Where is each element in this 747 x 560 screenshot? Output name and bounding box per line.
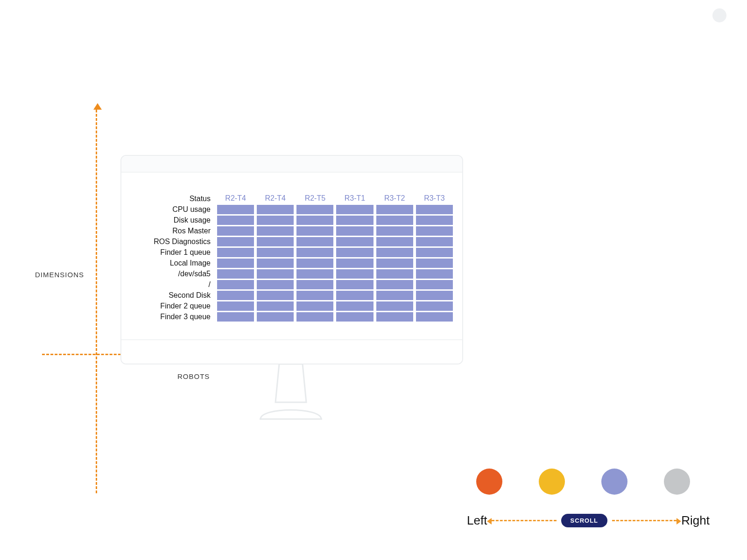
row-header: CPU usage [131,205,214,214]
status-cell[interactable] [296,280,333,289]
status-cell[interactable] [336,216,373,225]
status-cell[interactable] [257,291,294,300]
status-cell[interactable] [257,312,294,322]
status-cell[interactable] [376,248,413,257]
scroll-axis-right [612,520,677,521]
status-cell[interactable] [296,269,333,279]
status-cell[interactable] [257,301,294,311]
table-row: Second Disk [131,291,453,300]
column-header[interactable]: R3-T1 [336,194,373,203]
status-cell[interactable] [296,226,333,236]
palette-swatch-ok[interactable] [601,469,627,495]
status-cell[interactable] [376,226,413,236]
status-cell[interactable] [376,237,413,246]
status-cell[interactable] [296,301,333,311]
scroll-left-label: Left [467,513,487,528]
status-cell[interactable] [296,237,333,246]
status-cell[interactable] [416,237,453,246]
status-cell[interactable] [296,259,333,268]
row-header: Finder 1 queue [131,248,214,257]
status-cell[interactable] [217,248,254,257]
table-row: Local Image [131,259,453,268]
status-cell[interactable] [336,312,373,322]
column-header[interactable]: R2-T5 [296,194,333,203]
y-axis [96,110,97,493]
status-cell[interactable] [217,291,254,300]
row-header: /dev/sda5 [131,269,214,279]
status-cell[interactable] [217,312,254,322]
monitor-topbar [121,156,462,173]
status-cell[interactable] [217,269,254,279]
status-cell[interactable] [257,237,294,246]
status-cell[interactable] [217,280,254,289]
status-cell[interactable] [296,291,333,300]
decorative-dot [712,8,726,22]
status-cell[interactable] [217,205,254,214]
table-row: / [131,280,453,289]
status-cell[interactable] [257,259,294,268]
color-palette [476,469,705,495]
status-cell[interactable] [416,269,453,279]
monitor-stand [251,364,331,420]
status-cell[interactable] [217,226,254,236]
status-cell[interactable] [336,226,373,236]
status-cell[interactable] [416,216,453,225]
status-cell[interactable] [376,291,413,300]
status-cell[interactable] [336,291,373,300]
status-cell[interactable] [416,312,453,322]
status-cell[interactable] [217,237,254,246]
row-header: ROS Diagnostics [131,237,214,246]
status-cell[interactable] [336,301,373,311]
table-row: Finder 2 queue [131,301,453,311]
status-cell[interactable] [416,259,453,268]
status-cell[interactable] [376,269,413,279]
status-cell[interactable] [336,205,373,214]
status-cell[interactable] [257,226,294,236]
status-cell[interactable] [336,280,373,289]
column-header[interactable]: R3-T3 [416,194,453,203]
palette-swatch-warning[interactable] [539,469,565,495]
status-cell[interactable] [416,248,453,257]
status-cell[interactable] [336,248,373,257]
status-cell[interactable] [416,280,453,289]
status-cell[interactable] [376,312,413,322]
scroll-indicator: Left SCROLL Right [467,513,710,528]
status-cell[interactable] [376,205,413,214]
status-cell[interactable] [416,226,453,236]
palette-swatch-error[interactable] [476,469,502,495]
status-cell[interactable] [257,248,294,257]
status-cell[interactable] [217,259,254,268]
column-header[interactable]: R3-T2 [376,194,413,203]
status-cell[interactable] [376,259,413,268]
status-cell[interactable] [257,205,294,214]
row-header: Disk usage [131,216,214,225]
status-cell[interactable] [376,280,413,289]
palette-swatch-offline[interactable] [664,469,690,495]
status-cell[interactable] [336,259,373,268]
scroll-right-label: Right [681,513,710,528]
status-cell[interactable] [416,291,453,300]
scroll-pill[interactable]: SCROLL [561,514,607,527]
status-cell[interactable] [296,312,333,322]
column-header[interactable]: R2-T4 [257,194,294,203]
status-header: Status [131,194,214,203]
status-cell[interactable] [217,301,254,311]
status-cell[interactable] [257,216,294,225]
y-axis-label: DIMENSIONS [35,271,84,279]
status-cell[interactable] [416,301,453,311]
status-cell[interactable] [296,205,333,214]
status-cell[interactable] [416,205,453,214]
column-header[interactable]: R2-T4 [217,194,254,203]
status-cell[interactable] [257,280,294,289]
status-cell[interactable] [336,237,373,246]
status-cell[interactable] [296,248,333,257]
status-cell[interactable] [296,216,333,225]
status-cell[interactable] [257,269,294,279]
row-header: Local Image [131,259,214,268]
status-cell[interactable] [336,269,373,279]
status-cell[interactable] [217,216,254,225]
row-header: Ros Master [131,226,214,236]
status-cell[interactable] [376,216,413,225]
row-header: Finder 3 queue [131,312,214,322]
status-cell[interactable] [376,301,413,311]
